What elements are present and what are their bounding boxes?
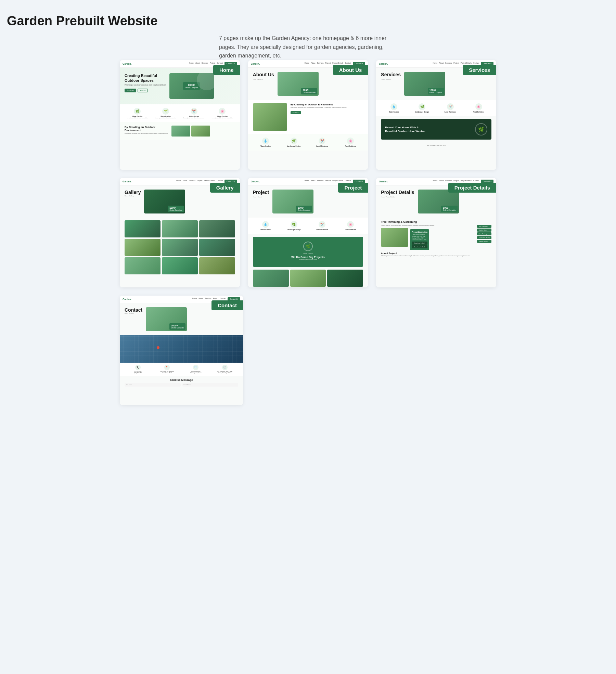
gallery-img-7 <box>125 257 161 274</box>
contact-hero-text: Contact Home / Contact <box>125 307 142 331</box>
mini-site-services: Garden. Home About Services Project Proj… <box>376 60 496 170</box>
service-desc-2: Lorem ipsum dolor sit amet consectetur <box>153 117 179 119</box>
pd-about-text: Pellentesque accumsan enim, ac malesuada… <box>381 255 491 257</box>
pd-about-title: About Project <box>381 252 491 255</box>
pd-hero-image: 1000+ Online Complete <box>418 190 459 213</box>
trim-icon: ✂️ <box>191 108 197 115</box>
proj-plant-icon: 🌸 <box>347 221 354 228</box>
gallery-hero-text: Gallery Home / Gallery <box>125 190 141 213</box>
contact-form-row1: First Name Email Address <box>125 383 238 387</box>
services-row-home: 🌿 Water Garden Lorem ipsum dolor sit ame… <box>120 104 240 122</box>
location-icon: 📍 <box>164 365 170 370</box>
service-desc-3: Lorem ipsum dolor sit amet consectetur <box>181 117 207 119</box>
preview-card-project-details[interactable]: Project Details Garden. Home About Servi… <box>376 178 496 287</box>
gallery-hero-image: 1000+ Online Complete <box>144 190 185 213</box>
svc-water: 💧 Water Garden <box>381 103 407 113</box>
gallery-breadcrumb: Home / Gallery <box>125 195 141 197</box>
card-label-project-details: Project Details <box>448 183 496 193</box>
hero-desc: Pellentesque accumsan accumsan enim nec … <box>125 84 166 86</box>
pd-tag-3: Tree Planting <box>477 232 491 235</box>
services-icons-row: 💧 Water Garden 🌿 Landscape Design ✂️ Lan… <box>376 100 496 116</box>
preview-card-gallery[interactable]: Gallery Garden. Home About Services Proj… <box>120 178 240 287</box>
proj-svc-4: 🌸 Plant Solutions <box>338 221 363 231</box>
preview-grid-row1: Home Garden. Home About Services Project… <box>120 60 496 170</box>
landscape-icon-svc: 🌿 <box>419 103 425 110</box>
preview-grid-row3: Contact Garden. Home About Services Proj… <box>120 296 496 405</box>
pd-hero-text: Project Details Home / Project Details <box>381 190 414 213</box>
services-logo: Garden. <box>379 63 388 65</box>
nav-link-1: Home <box>189 62 194 65</box>
preview-card-contact[interactable]: Contact Garden. Home About Services Proj… <box>120 296 243 405</box>
plant-icon-svc: 🌸 <box>475 103 482 110</box>
about-service-4: 🌸 Plant Solutions <box>338 138 363 147</box>
pd-dl-btn-2: Download Index 2 <box>412 245 427 248</box>
outdoor-text: By Creating an OutdoorEnvironment Pellen… <box>125 126 168 137</box>
contact-form: Send us Message First Name Email Address <box>120 376 243 391</box>
mini-site-gallery: Garden. Home About Services Project Proj… <box>120 178 240 287</box>
gallery-img-3 <box>199 220 235 237</box>
landscape-icon-about: 🌿 <box>291 138 297 144</box>
project-cta-section: 🌿 Lawn Expert We Do Some Big Projects Pe… <box>253 237 363 267</box>
landscape-icon: 🌱 <box>162 108 169 115</box>
proj-svc-1: 💧 Water Garden <box>253 221 279 231</box>
hero-image: 1000+ Online Complete <box>169 73 214 99</box>
about-content-text: By Creating an Outdoor Environment Pelle… <box>291 103 347 131</box>
mini-site-project-details: Garden. Home About Services Project Proj… <box>376 178 496 287</box>
svc-label-land: Land Maintance <box>438 111 463 113</box>
gallery-img-6 <box>199 239 235 256</box>
svc-landscape: 🌿 Landscape Design <box>409 103 435 113</box>
pd-tags: Tree Trimming Garden Care Tree Planting … <box>477 225 491 250</box>
plant-icon-about: 🌸 <box>347 138 354 144</box>
proj-svc-2: 🌿 Landscape Design <box>281 221 307 231</box>
mini-logo: Garden. <box>123 63 131 65</box>
contact-hero-image: 1000+ Online Complete <box>146 307 187 331</box>
pd-text-col: Quisque velit nisi, pretium ut lacinia i… <box>381 225 474 250</box>
water-icon-about: 💧 <box>262 138 269 144</box>
pd-info-row-4: End Date: New York - 2022 <box>412 239 427 241</box>
project-portfolio-images <box>248 270 368 287</box>
preview-card-project[interactable]: Project Garden. Home About Services Proj… <box>248 178 368 287</box>
preview-card-home[interactable]: Home Garden. Home About Services Project… <box>120 60 240 170</box>
about-logo: Garden. <box>251 63 260 65</box>
about-hero-text: About Us Home / About Us <box>253 72 274 96</box>
pd-page-title: Project Details <box>381 190 414 195</box>
project-breadcrumb: Home / Project <box>253 196 269 198</box>
preview-card-services[interactable]: Services Garden. Home About Services Pro… <box>376 60 496 170</box>
contact-phone: 📞 (307) 555-0133(888) 456-3498 <box>125 365 152 374</box>
pd-content: Tree Trimming & Gardening Quisque velit … <box>376 218 496 260</box>
service-desc-1: Lorem ipsum dolor sit amet consectetur <box>125 117 150 119</box>
contact-info-row: 📞 (307) 555-0133(888) 456-3498 📍 4140 Pa… <box>120 363 243 376</box>
pd-info-box: Project Information Client: Green Thumb … <box>410 229 429 250</box>
pd-tag-1: Tree Trimming <box>477 225 491 228</box>
contact-page-title: Contact <box>125 307 142 313</box>
home-hero-text: Creating BeautifulOutdoor Spaces Pellent… <box>125 73 166 99</box>
about-hero-image: 1000+ Online Complete <box>278 72 319 96</box>
gallery-img-9 <box>199 257 235 274</box>
services-page-title: Services <box>381 72 401 77</box>
contact-address-text: 4140 Parker Rd, AllentownNew Mexico 3113… <box>154 371 181 374</box>
contact-logo: Garden. <box>123 298 131 300</box>
phone-icon: 📞 <box>135 365 141 370</box>
winter-icon: 🌸 <box>219 108 226 115</box>
preview-card-about[interactable]: About Us Garden. Home About Services Pro… <box>248 60 368 170</box>
map-pin <box>157 346 159 349</box>
svc-land: ✂️ Land Maintance <box>438 103 463 113</box>
gallery-img-4 <box>125 239 161 256</box>
hero-btn-outline: About Us <box>138 89 148 92</box>
gallery-page-title: Gallery <box>125 190 141 195</box>
water-icon-svc: 💧 <box>390 103 397 110</box>
page-subtitle: 7 pages make up the Garden Agency: one h… <box>219 34 397 60</box>
card-label-gallery: Gallery <box>210 183 240 193</box>
email-address-field: Email Address <box>182 383 239 387</box>
outdoor-images <box>171 126 210 137</box>
pd-logo: Garden. <box>379 180 388 183</box>
proj-img-1 <box>253 270 289 287</box>
mini-site-about: Garden. Home About Services Project Proj… <box>248 60 368 170</box>
pd-breadcrumb: Home / Project Details <box>381 196 414 198</box>
first-name-field: First Name <box>125 383 181 387</box>
project-cta-icon: 🌿 <box>303 242 313 251</box>
page-title: Garden Prebuilt Website <box>7 14 609 28</box>
about-svc-label-4: Plant Solutions <box>338 145 363 147</box>
contact-email-text: helloshopsd.comkofienug.shopsd.com <box>182 371 209 374</box>
land-icon-svc: ✂️ <box>447 103 454 110</box>
